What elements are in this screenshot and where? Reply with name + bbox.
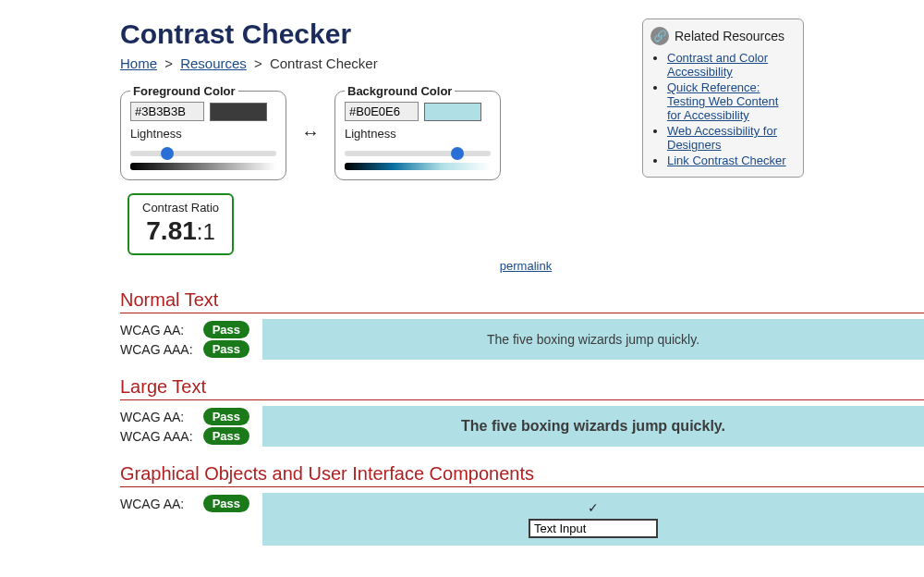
foreground-hex-input[interactable] — [130, 102, 204, 121]
gui-heading: Graphical Objects and User Interface Com… — [120, 463, 924, 487]
contrast-ratio-label: Contrast Ratio — [142, 201, 219, 215]
foreground-fieldset: Foreground Color Lightness — [120, 84, 286, 180]
breadcrumb-resources[interactable]: Resources — [180, 55, 247, 71]
background-fieldset: Background Color Lightness — [334, 84, 501, 180]
large-text-heading: Large Text — [120, 376, 924, 400]
foreground-gradient — [130, 163, 276, 170]
sidebar-link[interactable]: Web Accessibility for Designers — [667, 124, 777, 152]
breadcrumb-current: Contrast Checker — [270, 55, 378, 71]
link-icon: 🔗 — [650, 27, 669, 45]
foreground-legend: Foreground Color — [130, 84, 238, 98]
sidebar-link[interactable]: Contrast and Color Accessibility — [667, 51, 768, 79]
breadcrumb-sep: > — [254, 55, 262, 71]
gui-aa-badge: Pass — [203, 495, 249, 512]
normal-sample[interactable]: The five boxing wizards jump quickly. — [262, 319, 924, 360]
sidebar-link[interactable]: Link Contrast Checker — [667, 153, 786, 167]
permalink[interactable]: permalink — [500, 259, 552, 273]
background-hex-input[interactable] — [345, 102, 419, 121]
large-aaa-label: WCAG AAA: — [120, 429, 193, 444]
sidebar-link[interactable]: Quick Reference: Testing Web Content for… — [667, 80, 778, 122]
normal-text-heading: Normal Text — [120, 289, 924, 313]
normal-aa-label: WCAG AA: — [120, 323, 184, 338]
breadcrumb-sep: > — [164, 55, 173, 71]
normal-aaa-label: WCAG AAA: — [120, 342, 193, 357]
background-lightness-slider[interactable] — [345, 151, 491, 156]
background-swatch[interactable] — [424, 103, 481, 121]
large-aaa-badge: Pass — [203, 427, 249, 445]
large-aa-label: WCAG AA: — [120, 410, 184, 424]
gui-text-input[interactable] — [529, 519, 658, 538]
background-legend: Background Color — [345, 84, 455, 98]
breadcrumb-home[interactable]: Home — [120, 55, 157, 71]
foreground-swatch[interactable] — [210, 103, 267, 121]
sidebar-heading: Related Resources — [675, 29, 784, 43]
contrast-ratio-box: Contrast Ratio 7.81:1 — [128, 193, 234, 255]
swap-icon[interactable]: ↔ — [301, 122, 320, 143]
contrast-ratio-value: 7.81:1 — [142, 216, 219, 246]
related-resources-sidebar: 🔗 Related Resources Contrast and Color A… — [642, 18, 804, 178]
foreground-lightness-slider[interactable] — [130, 151, 276, 156]
background-lightness-label: Lightness — [345, 127, 491, 141]
background-gradient — [345, 163, 491, 170]
large-aa-badge: Pass — [203, 408, 249, 425]
check-icon: ✓ — [588, 500, 599, 515]
foreground-lightness-label: Lightness — [130, 127, 276, 141]
normal-aa-badge: Pass — [203, 321, 249, 338]
gui-aa-label: WCAG AA: — [120, 497, 184, 511]
gui-sample: ✓ — [262, 493, 924, 546]
normal-aaa-badge: Pass — [203, 340, 249, 358]
large-sample[interactable]: The five boxing wizards jump quickly. — [262, 406, 924, 447]
